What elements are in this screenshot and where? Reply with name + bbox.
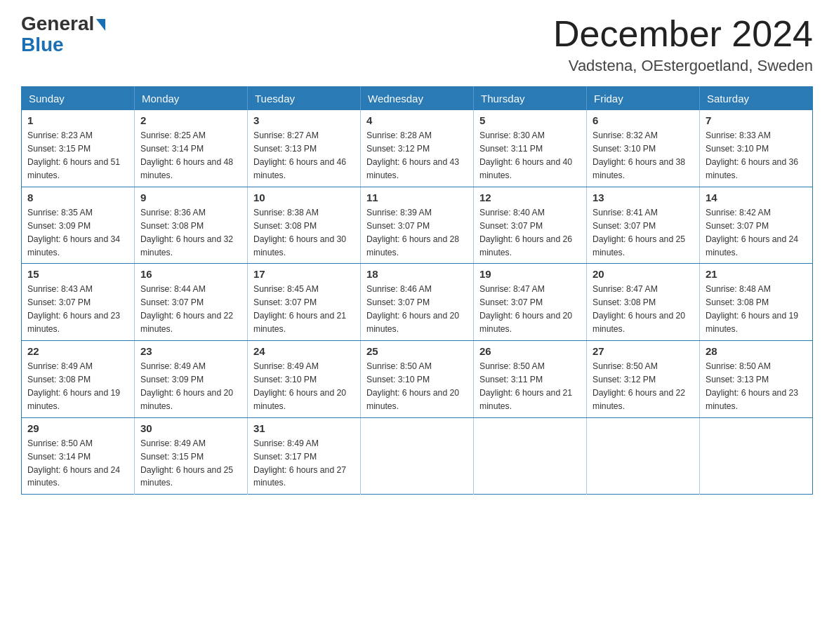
calendar-cell bbox=[700, 417, 813, 495]
day-info: Sunrise: 8:46 AMSunset: 3:07 PMDaylight:… bbox=[366, 283, 468, 336]
day-number: 3 bbox=[253, 114, 355, 126]
calendar-cell: 2Sunrise: 8:25 AMSunset: 3:14 PMDaylight… bbox=[135, 110, 248, 187]
day-info: Sunrise: 8:50 AMSunset: 3:14 PMDaylight:… bbox=[27, 437, 128, 490]
col-header-saturday: Saturday bbox=[700, 87, 813, 111]
calendar-cell: 25Sunrise: 8:50 AMSunset: 3:10 PMDayligh… bbox=[361, 341, 474, 418]
calendar-cell: 15Sunrise: 8:43 AMSunset: 3:07 PMDayligh… bbox=[22, 264, 135, 341]
calendar-table: SundayMondayTuesdayWednesdayThursdayFrid… bbox=[21, 86, 813, 495]
calendar-cell: 27Sunrise: 8:50 AMSunset: 3:12 PMDayligh… bbox=[587, 341, 700, 418]
calendar-week-row: 29Sunrise: 8:50 AMSunset: 3:14 PMDayligh… bbox=[22, 417, 813, 495]
calendar-week-row: 22Sunrise: 8:49 AMSunset: 3:08 PMDayligh… bbox=[22, 341, 813, 418]
calendar-cell: 10Sunrise: 8:38 AMSunset: 3:08 PMDayligh… bbox=[248, 187, 361, 264]
day-number: 11 bbox=[366, 192, 468, 203]
calendar-week-row: 8Sunrise: 8:35 AMSunset: 3:09 PMDaylight… bbox=[22, 187, 813, 264]
day-info: Sunrise: 8:41 AMSunset: 3:07 PMDaylight:… bbox=[593, 206, 694, 260]
day-info: Sunrise: 8:39 AMSunset: 3:07 PMDaylight:… bbox=[366, 206, 468, 260]
day-number: 29 bbox=[27, 422, 128, 434]
location-title: Vadstena, OEstergoetland, Sweden bbox=[553, 57, 813, 75]
day-number: 21 bbox=[706, 268, 807, 280]
col-header-tuesday: Tuesday bbox=[248, 87, 361, 111]
calendar-cell: 19Sunrise: 8:47 AMSunset: 3:07 PMDayligh… bbox=[474, 264, 587, 341]
day-info: Sunrise: 8:25 AMSunset: 3:14 PMDaylight:… bbox=[140, 129, 241, 182]
col-header-thursday: Thursday bbox=[474, 87, 587, 111]
day-number: 30 bbox=[140, 422, 241, 434]
day-number: 4 bbox=[366, 114, 468, 126]
day-info: Sunrise: 8:49 AMSunset: 3:17 PMDaylight:… bbox=[253, 437, 355, 490]
day-info: Sunrise: 8:36 AMSunset: 3:08 PMDaylight:… bbox=[140, 206, 241, 260]
logo-text: General bbox=[21, 14, 105, 34]
col-header-wednesday: Wednesday bbox=[361, 87, 474, 111]
logo-arrow-icon bbox=[96, 19, 105, 31]
calendar-cell: 11Sunrise: 8:39 AMSunset: 3:07 PMDayligh… bbox=[361, 187, 474, 264]
title-area: December 2024 Vadstena, OEstergoetland, … bbox=[553, 14, 813, 75]
calendar-cell: 22Sunrise: 8:49 AMSunset: 3:08 PMDayligh… bbox=[22, 341, 135, 418]
day-number: 15 bbox=[27, 268, 128, 280]
calendar-cell: 5Sunrise: 8:30 AMSunset: 3:11 PMDaylight… bbox=[474, 110, 587, 187]
day-number: 31 bbox=[253, 422, 355, 434]
calendar-cell: 26Sunrise: 8:50 AMSunset: 3:11 PMDayligh… bbox=[474, 341, 587, 418]
calendar-cell bbox=[474, 417, 587, 495]
calendar-cell: 7Sunrise: 8:33 AMSunset: 3:10 PMDaylight… bbox=[700, 110, 813, 187]
day-number: 14 bbox=[706, 192, 807, 203]
day-info: Sunrise: 8:30 AMSunset: 3:11 PMDaylight:… bbox=[479, 129, 581, 182]
calendar-cell: 16Sunrise: 8:44 AMSunset: 3:07 PMDayligh… bbox=[135, 264, 248, 341]
day-info: Sunrise: 8:33 AMSunset: 3:10 PMDaylight:… bbox=[706, 129, 807, 182]
page-header: General Blue December 2024 Vadstena, OEs… bbox=[21, 14, 813, 75]
day-info: Sunrise: 8:50 AMSunset: 3:13 PMDaylight:… bbox=[706, 360, 807, 413]
day-number: 8 bbox=[27, 192, 128, 203]
calendar-cell: 30Sunrise: 8:49 AMSunset: 3:15 PMDayligh… bbox=[135, 417, 248, 495]
day-number: 1 bbox=[27, 114, 128, 126]
calendar-cell: 29Sunrise: 8:50 AMSunset: 3:14 PMDayligh… bbox=[22, 417, 135, 495]
calendar-cell: 13Sunrise: 8:41 AMSunset: 3:07 PMDayligh… bbox=[587, 187, 700, 264]
day-number: 13 bbox=[593, 192, 694, 203]
day-info: Sunrise: 8:50 AMSunset: 3:10 PMDaylight:… bbox=[366, 360, 468, 413]
day-info: Sunrise: 8:23 AMSunset: 3:15 PMDaylight:… bbox=[27, 129, 128, 182]
month-title: December 2024 bbox=[553, 14, 813, 54]
logo-blue-text: Blue bbox=[21, 34, 64, 55]
calendar-cell bbox=[587, 417, 700, 495]
calendar-week-row: 15Sunrise: 8:43 AMSunset: 3:07 PMDayligh… bbox=[22, 264, 813, 341]
day-info: Sunrise: 8:28 AMSunset: 3:12 PMDaylight:… bbox=[366, 129, 468, 182]
calendar-cell: 20Sunrise: 8:47 AMSunset: 3:08 PMDayligh… bbox=[587, 264, 700, 341]
calendar-cell: 31Sunrise: 8:49 AMSunset: 3:17 PMDayligh… bbox=[248, 417, 361, 495]
calendar-week-row: 1Sunrise: 8:23 AMSunset: 3:15 PMDaylight… bbox=[22, 110, 813, 187]
calendar-cell: 23Sunrise: 8:49 AMSunset: 3:09 PMDayligh… bbox=[135, 341, 248, 418]
calendar-cell bbox=[361, 417, 474, 495]
day-info: Sunrise: 8:48 AMSunset: 3:08 PMDaylight:… bbox=[706, 283, 807, 336]
day-info: Sunrise: 8:44 AMSunset: 3:07 PMDaylight:… bbox=[140, 283, 241, 336]
day-number: 9 bbox=[140, 192, 241, 203]
calendar-header-row: SundayMondayTuesdayWednesdayThursdayFrid… bbox=[22, 87, 813, 111]
day-info: Sunrise: 8:45 AMSunset: 3:07 PMDaylight:… bbox=[253, 283, 355, 336]
calendar-cell: 17Sunrise: 8:45 AMSunset: 3:07 PMDayligh… bbox=[248, 264, 361, 341]
day-info: Sunrise: 8:50 AMSunset: 3:11 PMDaylight:… bbox=[479, 360, 581, 413]
calendar-cell: 21Sunrise: 8:48 AMSunset: 3:08 PMDayligh… bbox=[700, 264, 813, 341]
day-number: 17 bbox=[253, 268, 355, 280]
day-number: 18 bbox=[366, 268, 468, 280]
day-info: Sunrise: 8:27 AMSunset: 3:13 PMDaylight:… bbox=[253, 129, 355, 182]
day-info: Sunrise: 8:49 AMSunset: 3:08 PMDaylight:… bbox=[27, 360, 128, 413]
logo: General Blue bbox=[21, 14, 105, 56]
day-number: 6 bbox=[593, 114, 694, 126]
calendar-cell: 6Sunrise: 8:32 AMSunset: 3:10 PMDaylight… bbox=[587, 110, 700, 187]
calendar-cell: 9Sunrise: 8:36 AMSunset: 3:08 PMDaylight… bbox=[135, 187, 248, 264]
calendar-cell: 4Sunrise: 8:28 AMSunset: 3:12 PMDaylight… bbox=[361, 110, 474, 187]
day-number: 24 bbox=[253, 345, 355, 357]
day-number: 5 bbox=[479, 114, 581, 126]
day-number: 16 bbox=[140, 268, 241, 280]
day-number: 23 bbox=[140, 345, 241, 357]
day-info: Sunrise: 8:42 AMSunset: 3:07 PMDaylight:… bbox=[706, 206, 807, 260]
day-info: Sunrise: 8:32 AMSunset: 3:10 PMDaylight:… bbox=[593, 129, 694, 182]
day-number: 20 bbox=[593, 268, 694, 280]
day-number: 22 bbox=[27, 345, 128, 357]
day-number: 7 bbox=[706, 114, 807, 126]
day-info: Sunrise: 8:47 AMSunset: 3:08 PMDaylight:… bbox=[593, 283, 694, 336]
calendar-cell: 14Sunrise: 8:42 AMSunset: 3:07 PMDayligh… bbox=[700, 187, 813, 264]
calendar-cell: 1Sunrise: 8:23 AMSunset: 3:15 PMDaylight… bbox=[22, 110, 135, 187]
calendar-cell: 12Sunrise: 8:40 AMSunset: 3:07 PMDayligh… bbox=[474, 187, 587, 264]
calendar-cell: 18Sunrise: 8:46 AMSunset: 3:07 PMDayligh… bbox=[361, 264, 474, 341]
calendar-cell: 28Sunrise: 8:50 AMSunset: 3:13 PMDayligh… bbox=[700, 341, 813, 418]
day-number: 12 bbox=[479, 192, 581, 203]
day-info: Sunrise: 8:49 AMSunset: 3:15 PMDaylight:… bbox=[140, 437, 241, 490]
day-number: 26 bbox=[479, 345, 581, 357]
day-number: 27 bbox=[593, 345, 694, 357]
